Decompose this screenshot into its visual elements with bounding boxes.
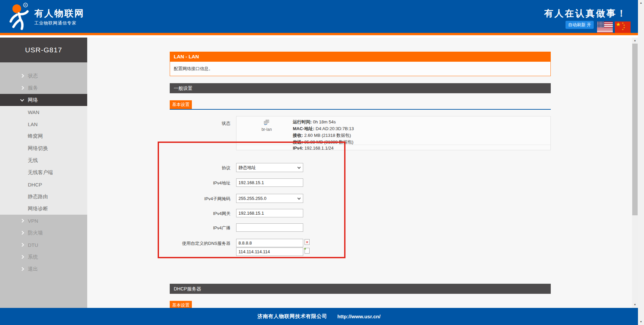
chevron-down-icon: [20, 98, 24, 101]
header-slogan: 有人在认真做事！: [544, 7, 627, 19]
custom-dns-label: 使用自定义的DNS服务器: [170, 240, 230, 247]
scroll-up-icon[interactable]: ▲: [638, 1, 644, 5]
chevron-right-icon: [20, 255, 24, 259]
page-description: 配置网络接口信息。: [170, 62, 551, 76]
sidebar-item-diagnostics[interactable]: 网络诊断: [0, 203, 87, 215]
sidebar-item-network-switch[interactable]: 网络切换: [0, 142, 87, 154]
main-content: LAN - LAN 配置网络接口信息。 一般设置 基本设置 状态 br-lan …: [87, 38, 632, 308]
dns-delete-icon[interactable]: ✕: [305, 239, 310, 245]
chevron-right-icon: [20, 267, 24, 271]
language-chinese-flag-icon[interactable]: ★ ★ ★ ★ ★: [615, 21, 631, 33]
dns-add-icon[interactable]: +: [305, 248, 310, 254]
header: R 有人物联网 工业物联网通信专家 有人在认真做事！ 自动刷新 开 ★ ★ ★ …: [0, 0, 638, 35]
sidebar-item-wireless[interactable]: 无线: [0, 154, 87, 166]
ipv4-broadcast-input[interactable]: [236, 223, 303, 232]
sidebar-item-network[interactable]: 网络: [0, 94, 87, 106]
router-admin-page: R 有人物联网 工业物联网通信专家 有人在认真做事！ 自动刷新 开 ★ ★ ★ …: [0, 0, 644, 325]
page-title: LAN - LAN: [170, 52, 551, 62]
brand-subtitle: 工业物联网通信专家: [34, 20, 76, 26]
section-general-settings: 一般设置: [170, 83, 551, 93]
tab-underline: [170, 109, 551, 110]
sidebar: USR-G817 状态 服务 网络 WAN LAN 蜂窝网: [0, 38, 87, 308]
status-mac: MAC-地址: D4:AD:20:3D:7B:13: [293, 126, 354, 132]
sidebar-item-static-routes[interactable]: 静态路由: [0, 191, 87, 203]
device-model: USR-G817: [25, 46, 62, 54]
protocol-select[interactable]: 静态地址: [236, 163, 303, 172]
footer-website-link[interactable]: http://www.usr.cn/: [337, 314, 381, 319]
device-model-header: USR-G817: [0, 38, 87, 62]
status-divider: [236, 145, 550, 145]
content-scrollbar[interactable]: ▲ ▼: [632, 38, 638, 308]
status-ipv4: IPv4: 192.168.1.1/24: [293, 146, 333, 151]
status-tx: 发送: 35.88 MB (31888 数据包): [293, 139, 354, 145]
scroll-down-icon[interactable]: ▼: [632, 303, 638, 307]
sidebar-item-dhcp[interactable]: DHCP: [0, 178, 87, 191]
bridge-interface-icon: [264, 120, 270, 125]
sidebar-item-wireless-client[interactable]: 无线客户端: [0, 166, 87, 178]
sidebar-item-system[interactable]: 系统: [0, 251, 87, 263]
ipv4-gateway-input[interactable]: [236, 209, 303, 217]
ipv4-broadcast-label: IPv4广播: [170, 225, 230, 231]
sidebar-item-wan[interactable]: WAN: [0, 106, 87, 118]
cn-flag-star: ★: [622, 28, 624, 31]
interface-name: br-lan: [250, 127, 283, 132]
status-rx: 接收: 2.60 MB (21318 数据包): [293, 132, 351, 139]
interface-status-box: br-lan 运行时间: 0h 18m 54s MAC-地址: D4:AD:20…: [236, 116, 551, 150]
interface-cell: br-lan: [250, 120, 283, 132]
brand-logo-icon: R: [7, 1, 33, 32]
ipv4-address-label: IPv4地址: [170, 180, 230, 186]
content-scrollbar-thumb[interactable]: [632, 44, 638, 215]
page-scrollbar[interactable]: ▲ ▼: [638, 0, 644, 325]
footer-company: 济南有人物联网技术有限公司: [258, 313, 327, 320]
sidebar-item-logout[interactable]: 退出: [0, 263, 87, 275]
ipv4-gateway-label: IPv4网关: [170, 211, 230, 217]
sidebar-item-services[interactable]: 服务: [0, 82, 87, 94]
status-label: 状态: [170, 120, 230, 126]
dns-server-1-input[interactable]: [236, 239, 303, 247]
sidebar-item-firewall[interactable]: 防火墙: [0, 227, 87, 239]
protocol-select-wrap: 静态地址: [236, 163, 303, 172]
sidebar-item-lan[interactable]: LAN: [0, 118, 87, 130]
sidebar-item-status[interactable]: 状态: [0, 70, 87, 82]
scroll-down-icon[interactable]: ▼: [638, 320, 644, 324]
status-uptime: 运行时间: 0h 18m 54s: [293, 119, 336, 125]
cn-flag-star: ★: [616, 21, 621, 28]
scroll-up-icon[interactable]: ▲: [632, 38, 638, 43]
ipv4-address-input[interactable]: [236, 178, 303, 187]
protocol-label: 协议: [170, 165, 230, 171]
sidebar-item-cellular[interactable]: 蜂窝网: [0, 130, 87, 142]
tab-basic-settings[interactable]: 基本设置: [170, 100, 192, 109]
sidebar-item-vpn[interactable]: VPN: [0, 215, 87, 227]
chevron-right-icon: [20, 243, 24, 247]
sidebar-nav: 状态 服务 网络 WAN LAN 蜂窝网 网络切换 无线: [0, 62, 87, 275]
chevron-right-icon: [20, 86, 24, 90]
cn-flag-star: ★: [623, 24, 625, 26]
dns-server-2-input[interactable]: [236, 248, 303, 256]
section-dhcp-server: DHCP服务器: [170, 284, 551, 294]
brand-title: 有人物联网: [34, 7, 85, 19]
us-flag-canton: [597, 21, 604, 28]
auto-refresh-toggle-button[interactable]: 自动刷新 开: [566, 21, 594, 29]
chevron-right-icon: [20, 219, 24, 222]
ipv4-netmask-label: IPv4子网掩码: [170, 196, 230, 202]
ipv4-netmask-select[interactable]: 255.255.255.0: [236, 194, 303, 203]
sidebar-item-dtu[interactable]: DTU: [0, 239, 87, 251]
chevron-right-icon: [20, 74, 24, 77]
registered-mark: R: [24, 4, 26, 7]
footer: 济南有人物联网技术有限公司 http://www.usr.cn/: [0, 308, 638, 325]
netmask-select-wrap: 255.255.255.0: [236, 194, 303, 203]
chevron-right-icon: [20, 231, 24, 234]
language-english-flag-icon[interactable]: [597, 21, 613, 33]
